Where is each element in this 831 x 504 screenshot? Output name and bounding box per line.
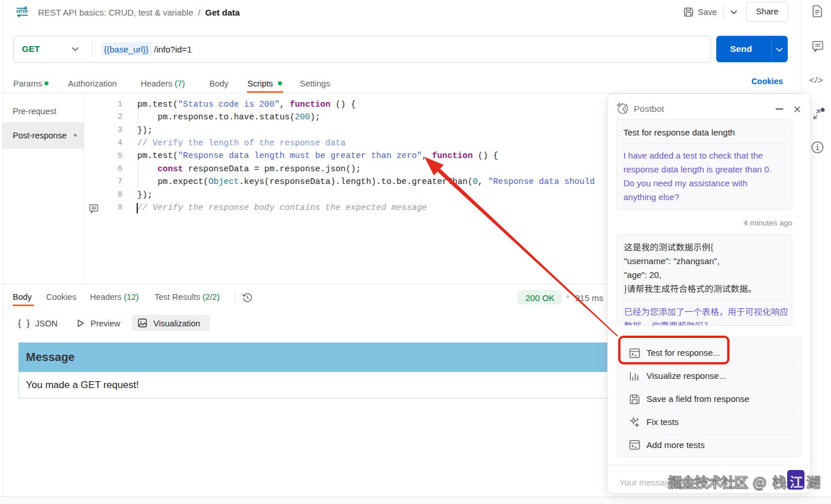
svg-text:HTTP: HTTP xyxy=(17,9,28,14)
